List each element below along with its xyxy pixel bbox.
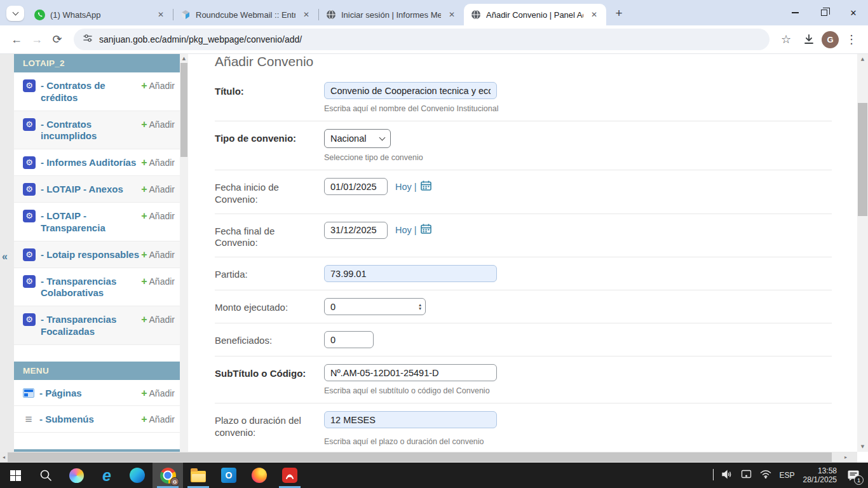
titulo-input[interactable] (324, 82, 497, 99)
sidebar-scrollbar[interactable]: ▲ (180, 54, 188, 452)
number-spinner[interactable]: ▴▾ (419, 303, 421, 311)
taskbar-explorer-button[interactable] (183, 463, 214, 488)
sidebar-item-contratos-incumplidos[interactable]: ⚙ - Contratos incumplidos +Añadir (14, 111, 180, 150)
horizontal-scrollbar-thumb[interactable] (8, 452, 832, 462)
add-link[interactable]: +Añadir (141, 182, 175, 195)
tab-anadir-convenio-active[interactable]: Añadir Convenio | Panel Admin ✕ (464, 4, 606, 25)
sidebar-item-lotaip-responsables[interactable]: ⚙ - Lotaip responsables +Añadir (14, 241, 180, 268)
hoy-link[interactable]: Hoy | (395, 225, 417, 235)
taskbar-edge-button[interactable] (122, 463, 153, 488)
taskbar-firefox-button[interactable] (244, 463, 275, 488)
plus-icon: + (141, 80, 147, 91)
taskbar-ie-button[interactable]: e (92, 463, 122, 488)
action-center-button[interactable]: 1 (845, 467, 862, 484)
add-link[interactable]: +Añadir (141, 313, 175, 325)
add-link[interactable]: +Añadir (141, 386, 175, 399)
plus-icon: + (141, 119, 147, 130)
scroll-up-icon[interactable]: ▲ (180, 56, 188, 61)
close-window-button[interactable]: ✕ (839, 0, 868, 25)
close-tab-icon[interactable]: ✕ (301, 9, 312, 20)
tab-informes[interactable]: Iniciar sesión | Informes Mensu ✕ (319, 4, 464, 25)
sidebar-item-lotaip-transparencia[interactable]: ⚙ - LOTAIP - Transparencia +Añadir (14, 203, 180, 241)
sidebar-item-transparencias-focalizadas[interactable]: ⚙ - Transparencias Focalizadas +Añadir (14, 306, 180, 345)
form-row-fecha-final: Fecha final de Convenio: Hoy | (215, 214, 832, 258)
language-indicator[interactable]: ESP (780, 471, 795, 480)
calendar-icon[interactable] (421, 224, 431, 236)
volume-icon[interactable] (722, 470, 733, 482)
taskbar-outlook-button[interactable]: O (214, 463, 244, 488)
plus-icon: + (141, 210, 147, 221)
add-link[interactable]: +Añadir (141, 412, 175, 425)
tab-search-button[interactable] (6, 6, 24, 21)
add-link[interactable]: +Añadir (141, 274, 175, 287)
downloads-icon[interactable] (799, 29, 819, 50)
add-link[interactable]: +Añadir (141, 118, 175, 130)
admin-sidebar: LOTAIP_2 ⚙ - Contratos de créditos +Añad… (14, 54, 180, 452)
reload-button[interactable]: ⟳ (47, 29, 67, 50)
taskbar-chrome-button[interactable]: G (153, 463, 183, 488)
file-explorer-icon (191, 471, 206, 482)
vertical-scrollbar[interactable]: ▲ ▼ (857, 54, 868, 452)
browser-menu-icon[interactable]: ⋮ (841, 29, 862, 50)
back-button[interactable]: ← (6, 29, 27, 50)
sidebar-collapse-button[interactable]: « (2, 251, 8, 262)
bookmark-star-icon[interactable]: ☆ (776, 29, 796, 50)
sidebar-scrollbar-thumb[interactable] (180, 63, 187, 157)
tray-expand-icon[interactable] (713, 470, 714, 481)
restore-button[interactable] (810, 0, 839, 25)
beneficiados-input[interactable] (324, 331, 374, 348)
system-tray: ESP 13:58 28/1/2025 1 (713, 466, 868, 484)
hoy-link[interactable]: Hoy | (395, 182, 417, 192)
taskbar-clock[interactable]: 13:58 28/1/2025 (803, 466, 837, 484)
subtitulo-input[interactable] (324, 364, 497, 381)
monto-ejecutado-input[interactable] (324, 298, 426, 315)
sidebar-section-header: MENU (14, 362, 180, 380)
tune-icon[interactable] (83, 33, 93, 46)
vertical-scrollbar-thumb[interactable] (858, 103, 867, 216)
sidebar-item-submenus[interactable]: ≡ - Submenús +Añadir (14, 406, 180, 433)
plus-icon: + (141, 414, 147, 424)
scroll-down-icon[interactable]: ▼ (857, 444, 868, 449)
add-link[interactable]: +Añadir (141, 156, 175, 168)
tipo-convenio-select[interactable]: Nacional (324, 129, 391, 148)
add-link[interactable]: +Añadir (141, 209, 175, 222)
field-label: Monto ejecutado: (215, 298, 324, 314)
add-link[interactable]: +Añadir (141, 248, 175, 261)
start-button[interactable] (0, 463, 31, 488)
plazo-input[interactable] (324, 411, 497, 428)
pages-layout-icon (23, 388, 34, 398)
sidebar-item-transparencias-colaborativas[interactable]: ⚙ - Transparencias Colaborativas +Añadir (14, 268, 180, 307)
forward-button[interactable]: → (27, 29, 47, 50)
sidebar-item-lotaip-anexos[interactable]: ⚙ - LOTAIP - Anexos +Añadir (14, 176, 180, 203)
edge-icon (130, 468, 145, 483)
close-tab-icon[interactable]: ✕ (446, 9, 458, 20)
taskbar-search-button[interactable] (31, 463, 61, 488)
scroll-left-icon[interactable]: ◂ (0, 452, 8, 463)
fecha-inicio-input[interactable] (324, 178, 388, 195)
new-tab-button[interactable]: + (610, 4, 628, 22)
profile-avatar[interactable]: G (822, 31, 839, 48)
close-tab-icon[interactable]: ✕ (588, 9, 600, 20)
horizontal-scrollbar[interactable]: ◂ ▸ (0, 452, 857, 463)
address-bar[interactable]: sanjuan.gob.ec/admin/pkg_webpage/conveni… (74, 29, 770, 50)
sidebar-item-informes-auditorias[interactable]: ⚙ - Informes Auditorías +Añadir (14, 149, 180, 176)
minimize-button[interactable] (780, 0, 810, 25)
close-tab-icon[interactable]: ✕ (155, 9, 166, 20)
scroll-right-icon[interactable]: ▸ (842, 452, 850, 463)
wifi-icon[interactable] (760, 470, 771, 481)
tablet-mode-icon[interactable] (741, 470, 752, 481)
tab-roundcube[interactable]: Roundcube Webmail :: Entrada ✕ (173, 4, 318, 25)
tab-whatsapp[interactable]: (1) WhatsApp ✕ (28, 4, 173, 25)
url-text[interactable]: sanjuan.gob.ec/admin/pkg_webpage/conveni… (99, 34, 302, 44)
calendar-icon[interactable] (421, 180, 431, 193)
gear-icon: ⚙ (23, 183, 36, 196)
taskbar-copilot-button[interactable] (61, 463, 92, 488)
fecha-final-input[interactable] (324, 222, 388, 239)
scroll-up-icon[interactable]: ▲ (857, 57, 868, 62)
sidebar-item-contratos-creditos[interactable]: ⚙ - Contratos de créditos +Añadir (14, 72, 180, 111)
taskbar-acrobat-button[interactable] (275, 463, 305, 488)
acrobat-icon (282, 468, 297, 483)
sidebar-item-paginas[interactable]: - Páginas +Añadir (14, 380, 180, 407)
partida-input[interactable] (324, 265, 497, 282)
add-link[interactable]: +Añadir (141, 79, 175, 92)
